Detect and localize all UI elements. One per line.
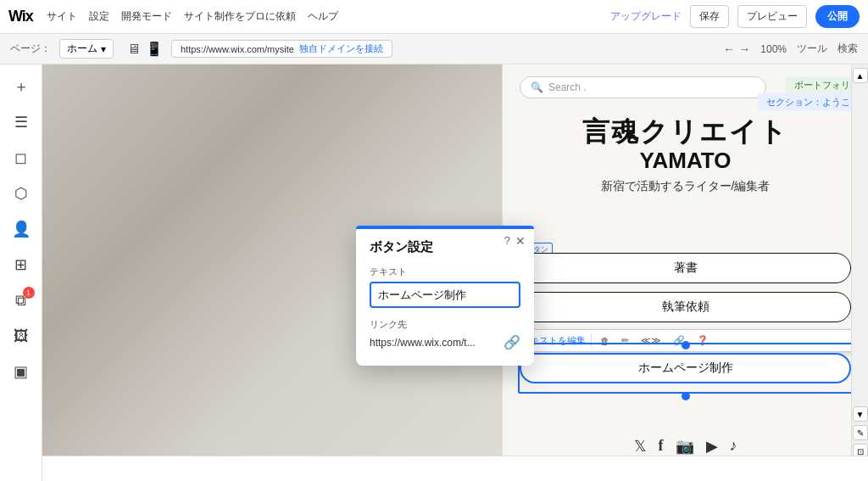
twitter-icon[interactable]: 𝕏 [634, 437, 647, 456]
back-button[interactable]: ← [723, 42, 735, 56]
text-input[interactable] [370, 282, 520, 308]
nav-arrows: ← → [723, 42, 750, 56]
help-button[interactable]: ❓ [693, 333, 712, 348]
menu-site[interactable]: サイト [47, 9, 77, 24]
site-title-line1: 言魂クリエイト [520, 115, 851, 148]
media-icon: 👤 [12, 220, 31, 238]
device-icons: 🖥 📱 [127, 41, 163, 57]
site-button-3[interactable]: ホームページ制作 [520, 353, 851, 383]
link-row: https://www.wix.com/t... 🔗 [370, 334, 520, 350]
resize-dot-bottom[interactable] [682, 392, 690, 400]
zoom-level: 100% [760, 43, 787, 55]
menu-devmode[interactable]: 開発モード [121, 9, 172, 24]
edit-icon-button[interactable]: ✏ [618, 333, 632, 348]
sidebar-item-box[interactable]: ▣ [6, 356, 36, 387]
site-title-line2: YAMATO [520, 148, 851, 174]
connect-domain-link[interactable]: 独自ドメインを接続 [299, 42, 383, 55]
topbar-menu: サイト 設定 開発モード サイト制作をプロに依頼 ヘルプ [47, 9, 338, 24]
button-settings-dialog: ボタン設定 ? ✕ テキスト リンク先 https://www.wix.com/… [356, 226, 534, 366]
text-field-label: テキスト [370, 266, 520, 278]
forward-button[interactable]: → [738, 42, 750, 56]
canvas: 府コクーンタワー Cocoon Tower 地上出口 Exit to Stree… [42, 64, 868, 481]
facebook-icon[interactable]: f [659, 437, 664, 456]
layers-badge: 1 [23, 287, 35, 299]
wix-logo: Wix [8, 8, 33, 25]
upgrade-button[interactable]: アップグレード [610, 9, 682, 24]
site-button-2[interactable]: 執筆依頼 [520, 292, 851, 322]
scroll-down[interactable]: ▼ [853, 406, 868, 422]
preview-button[interactable]: プレビュー [737, 5, 807, 28]
link-field-label: リンク先 [370, 318, 520, 331]
sidebar-item-image[interactable]: 🖼 [6, 321, 36, 351]
sidebar-item-section[interactable]: ◻ [6, 143, 36, 173]
dialog-title: ボタン設定 [370, 239, 520, 255]
sidebar-item-add[interactable]: ＋ [6, 71, 36, 102]
animation-button[interactable]: ≪≫ [637, 333, 665, 348]
page-dropdown[interactable]: ホーム ▾ [59, 39, 114, 59]
right-panel: 🔍 Search . ポートフォリオ セクション：ようこそ 言魂クリエイト YA… [502, 64, 868, 481]
page-name: ホーム [67, 42, 97, 56]
sidebar-item-layers[interactable]: ⧉ 1 [6, 285, 36, 316]
search-placeholder: Search . [548, 81, 587, 93]
instagram-icon[interactable]: 📷 [676, 437, 694, 456]
box-icon: ▣ [14, 362, 28, 381]
delete-button[interactable]: 🗑 [597, 334, 613, 348]
topbar: Wix サイト 設定 開発モード サイト制作をプロに依頼 ヘルプ アップグレード… [0, 0, 868, 34]
menu-help[interactable]: ヘルプ [308, 9, 338, 24]
sidebar-item-grid[interactable]: ⊞ [6, 249, 36, 280]
menu-pro[interactable]: サイト制作をプロに依頼 [184, 9, 296, 24]
addr-right: ← → 100% ツール 検索 [723, 42, 858, 56]
grid-icon: ⊞ [14, 255, 27, 274]
search-button[interactable]: 検索 [837, 42, 858, 56]
right-scrollbar: ▲ ▼ ✎ ⊡ ⋯ [851, 64, 868, 481]
image-icon: 🖼 [14, 327, 29, 345]
desktop-icon[interactable]: 🖥 [127, 42, 141, 57]
link-edit-icon[interactable]: 🔗 [504, 334, 520, 350]
dialog-help-icon[interactable]: ? [504, 234, 510, 247]
sidebar-item-pages[interactable]: ☰ [6, 107, 36, 137]
toolbar-sep-1 [591, 334, 592, 348]
dialog-top-bar [356, 226, 534, 229]
tools-button[interactable]: ツール [797, 42, 827, 56]
url-bar: https://www.wix.com/mysite 独自ドメインを接続 [171, 40, 392, 58]
site-subtitle: 新宿で活動するライター/編集者 [520, 179, 851, 194]
resize-handle-top[interactable] [682, 341, 690, 350]
pages-icon: ☰ [14, 113, 28, 131]
workspace: ＋ ☰ ◻ ⬡ 👤 ⊞ ⧉ 1 🖼 ▣ [0, 64, 868, 481]
sidebar-item-apps[interactable]: ⬡ [6, 178, 36, 209]
dialog-close-icon[interactable]: ✕ [515, 234, 526, 248]
resize-dot-top[interactable] [682, 341, 690, 350]
mobile-icon[interactable]: 📱 [146, 41, 163, 57]
search-icon: 🔍 [531, 81, 543, 93]
section-icon: ◻ [14, 148, 27, 167]
scroll-up[interactable]: ▲ [853, 68, 868, 83]
publish-button[interactable]: 公開 [815, 5, 860, 28]
site-search-bar[interactable]: 🔍 Search . [520, 76, 766, 98]
link-value: https://www.wix.com/t... [370, 337, 498, 349]
sidebar-item-media[interactable]: 👤 [6, 214, 36, 244]
resize-handle-bottom[interactable] [682, 392, 690, 400]
dialog-overlay: ボタン設定 ? ✕ テキスト リンク先 https://www.wix.com/… [356, 226, 534, 366]
menu-settings[interactable]: 設定 [89, 9, 109, 24]
site-title-block: 言魂クリエイト YAMATO 新宿で活動するライター/編集者 [520, 115, 851, 194]
chevron-down-icon: ▾ [101, 43, 106, 55]
save-button[interactable]: 保存 [690, 5, 729, 28]
bottom-bar: ⊕ [0, 456, 868, 481]
site-button-1[interactable]: 著書 [520, 253, 851, 283]
youtube-icon[interactable]: ▶ [706, 437, 718, 456]
tiktok-icon[interactable]: ♪ [730, 437, 737, 456]
plus-icon: ＋ [14, 76, 29, 97]
topbar-right: アップグレード 保存 プレビュー 公開 [610, 5, 860, 28]
social-icons: 𝕏 f 📷 ▶ ♪ [503, 437, 868, 456]
pen-tool[interactable]: ✎ [853, 425, 868, 440]
url-text: https://www.wix.com/mysite [181, 44, 294, 54]
apps-icon: ⬡ [14, 184, 28, 203]
left-sidebar: ＋ ☰ ◻ ⬡ 👤 ⊞ ⧉ 1 🖼 ▣ [0, 64, 42, 481]
address-bar: ページ： ホーム ▾ 🖥 📱 https://www.wix.com/mysit… [0, 34, 868, 64]
page-label: ページ： [10, 42, 51, 56]
